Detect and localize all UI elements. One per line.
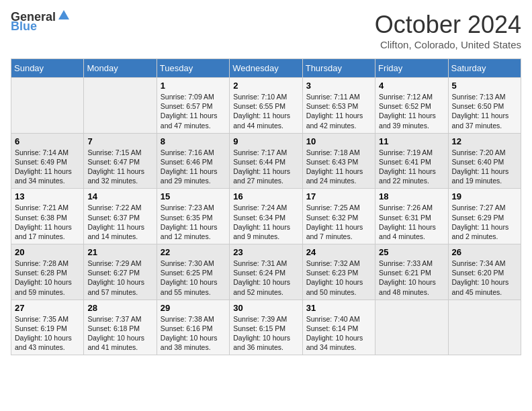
sunrise-text: Sunrise: 7:38 AM	[161, 314, 226, 324]
sunset-text: Sunset: 6:43 PM	[306, 157, 371, 167]
calendar-cell	[11, 78, 84, 134]
cell-info: Sunrise: 7:14 AMSunset: 6:49 PMDaylight:…	[15, 148, 80, 186]
sunset-text: Sunset: 6:52 PM	[379, 101, 444, 111]
cell-info: Sunrise: 7:23 AMSunset: 6:35 PMDaylight:…	[161, 203, 226, 241]
sunrise-text: Sunrise: 7:11 AM	[306, 92, 371, 101]
daylight-text: Daylight: 11 hours and 22 minutes.	[379, 167, 444, 185]
day-number: 24	[306, 247, 371, 257]
sunrise-text: Sunrise: 7:31 AM	[233, 259, 298, 268]
calendar-cell	[448, 300, 521, 355]
calendar-cell: 14Sunrise: 7:22 AMSunset: 6:37 PMDayligh…	[84, 189, 157, 244]
sunrise-text: Sunrise: 7:23 AM	[161, 203, 226, 212]
calendar-cell	[375, 300, 448, 355]
calendar-cell: 28Sunrise: 7:37 AMSunset: 6:18 PMDayligh…	[84, 300, 157, 355]
calendar-week-row: 13Sunrise: 7:21 AMSunset: 6:38 PMDayligh…	[11, 189, 521, 244]
weekday-header-thursday: Thursday	[302, 59, 375, 78]
day-number: 7	[87, 136, 152, 146]
sunset-text: Sunset: 6:46 PM	[161, 157, 226, 167]
sunrise-text: Sunrise: 7:15 AM	[87, 148, 152, 157]
sunset-text: Sunset: 6:37 PM	[87, 213, 152, 222]
sunrise-text: Sunrise: 7:29 AM	[87, 259, 152, 268]
daylight-text: Daylight: 11 hours and 37 minutes.	[452, 111, 517, 130]
daylight-text: Daylight: 10 hours and 38 minutes.	[161, 333, 226, 352]
sunrise-text: Sunrise: 7:18 AM	[306, 148, 371, 157]
cell-info: Sunrise: 7:21 AMSunset: 6:38 PMDaylight:…	[15, 203, 80, 241]
sunset-text: Sunset: 6:40 PM	[452, 157, 517, 167]
cell-info: Sunrise: 7:11 AMSunset: 6:53 PMDaylight:…	[306, 92, 371, 130]
logo: General Blue	[11, 11, 71, 32]
day-number: 29	[161, 303, 226, 313]
sunrise-text: Sunrise: 7:10 AM	[233, 92, 298, 101]
calendar-week-row: 27Sunrise: 7:35 AMSunset: 6:19 PMDayligh…	[11, 300, 521, 355]
day-number: 4	[379, 81, 444, 91]
daylight-text: Daylight: 11 hours and 29 minutes.	[161, 167, 226, 185]
sunset-text: Sunset: 6:31 PM	[379, 213, 444, 222]
sunrise-text: Sunrise: 7:37 AM	[87, 314, 152, 324]
daylight-text: Daylight: 10 hours and 45 minutes.	[452, 277, 517, 296]
calendar-cell: 16Sunrise: 7:24 AMSunset: 6:34 PMDayligh…	[230, 189, 302, 244]
location-subtitle: Clifton, Colorado, United States	[375, 39, 521, 50]
calendar-cell: 1Sunrise: 7:09 AMSunset: 6:57 PMDaylight…	[157, 78, 229, 134]
cell-info: Sunrise: 7:20 AMSunset: 6:40 PMDaylight:…	[452, 148, 517, 186]
sunrise-text: Sunrise: 7:27 AM	[452, 203, 517, 212]
daylight-text: Daylight: 11 hours and 24 minutes.	[306, 167, 371, 185]
sunset-text: Sunset: 6:38 PM	[15, 213, 80, 222]
cell-info: Sunrise: 7:35 AMSunset: 6:19 PMDaylight:…	[15, 314, 80, 353]
cell-info: Sunrise: 7:24 AMSunset: 6:34 PMDaylight:…	[233, 203, 298, 241]
sunrise-text: Sunrise: 7:28 AM	[15, 259, 80, 268]
month-title: October 2024	[375, 11, 521, 39]
sunrise-text: Sunrise: 7:22 AM	[87, 203, 152, 212]
day-number: 25	[379, 247, 444, 257]
sunset-text: Sunset: 6:44 PM	[233, 157, 298, 167]
sunrise-text: Sunrise: 7:39 AM	[233, 314, 298, 324]
weekday-header-sunday: Sunday	[11, 59, 84, 78]
calendar-cell: 9Sunrise: 7:17 AMSunset: 6:44 PMDaylight…	[230, 133, 302, 189]
day-number: 13	[15, 191, 80, 201]
cell-info: Sunrise: 7:37 AMSunset: 6:18 PMDaylight:…	[87, 314, 152, 353]
day-number: 6	[15, 136, 80, 146]
day-number: 15	[161, 191, 226, 201]
daylight-text: Daylight: 10 hours and 36 minutes.	[233, 333, 298, 352]
calendar-cell: 19Sunrise: 7:27 AMSunset: 6:29 PMDayligh…	[448, 189, 521, 244]
cell-info: Sunrise: 7:09 AMSunset: 6:57 PMDaylight:…	[161, 92, 226, 130]
sunrise-text: Sunrise: 7:34 AM	[452, 259, 517, 268]
day-number: 17	[306, 191, 371, 201]
day-number: 19	[452, 191, 517, 201]
daylight-text: Daylight: 10 hours and 50 minutes.	[306, 277, 371, 296]
calendar-cell: 5Sunrise: 7:13 AMSunset: 6:50 PMDaylight…	[448, 78, 521, 134]
day-number: 31	[306, 303, 371, 313]
calendar-cell: 20Sunrise: 7:28 AMSunset: 6:28 PMDayligh…	[11, 244, 84, 300]
cell-info: Sunrise: 7:25 AMSunset: 6:32 PMDaylight:…	[306, 203, 371, 241]
sunrise-text: Sunrise: 7:19 AM	[379, 148, 444, 157]
svg-marker-0	[58, 10, 69, 19]
calendar-cell: 15Sunrise: 7:23 AMSunset: 6:35 PMDayligh…	[157, 189, 229, 244]
day-number: 30	[233, 303, 298, 313]
daylight-text: Daylight: 10 hours and 43 minutes.	[15, 333, 80, 352]
weekday-header-friday: Friday	[375, 59, 448, 78]
daylight-text: Daylight: 11 hours and 17 minutes.	[15, 222, 80, 241]
weekday-header-saturday: Saturday	[448, 59, 521, 78]
cell-info: Sunrise: 7:19 AMSunset: 6:41 PMDaylight:…	[379, 148, 444, 186]
day-number: 1	[161, 81, 226, 91]
sunset-text: Sunset: 6:15 PM	[233, 324, 298, 333]
daylight-text: Daylight: 11 hours and 44 minutes.	[233, 111, 298, 130]
calendar-week-row: 1Sunrise: 7:09 AMSunset: 6:57 PMDaylight…	[11, 78, 521, 134]
daylight-text: Daylight: 11 hours and 34 minutes.	[15, 167, 80, 185]
sunrise-text: Sunrise: 7:25 AM	[306, 203, 371, 212]
page-header: General Blue October 2024 Clifton, Color…	[11, 11, 521, 50]
cell-info: Sunrise: 7:40 AMSunset: 6:14 PMDaylight:…	[306, 314, 371, 353]
sunset-text: Sunset: 6:29 PM	[452, 213, 517, 222]
sunrise-text: Sunrise: 7:14 AM	[15, 148, 80, 157]
day-number: 23	[233, 247, 298, 257]
calendar-cell: 25Sunrise: 7:33 AMSunset: 6:21 PMDayligh…	[375, 244, 448, 300]
day-number: 2	[233, 81, 298, 91]
sunset-text: Sunset: 6:18 PM	[87, 324, 152, 333]
cell-info: Sunrise: 7:28 AMSunset: 6:28 PMDaylight:…	[15, 259, 80, 297]
calendar-cell: 31Sunrise: 7:40 AMSunset: 6:14 PMDayligh…	[302, 300, 375, 355]
calendar-cell: 3Sunrise: 7:11 AMSunset: 6:53 PMDaylight…	[302, 78, 375, 134]
day-number: 5	[452, 81, 517, 91]
cell-info: Sunrise: 7:34 AMSunset: 6:20 PMDaylight:…	[452, 259, 517, 297]
sunrise-text: Sunrise: 7:40 AM	[306, 314, 371, 324]
calendar-cell: 12Sunrise: 7:20 AMSunset: 6:40 PMDayligh…	[448, 133, 521, 189]
sunset-text: Sunset: 6:50 PM	[452, 101, 517, 111]
